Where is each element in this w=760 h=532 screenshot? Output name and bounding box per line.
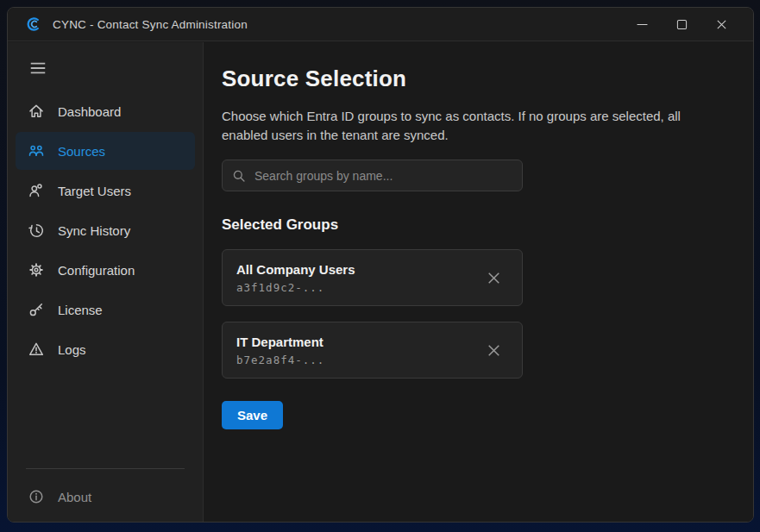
close-icon (485, 341, 503, 360)
minimize-icon (635, 17, 650, 32)
info-icon (28, 488, 45, 505)
page-title: Source Selection (222, 64, 732, 93)
group-search-input[interactable] (254, 169, 513, 183)
sidebar-item-logs[interactable]: Logs (16, 330, 195, 368)
people-group-icon (28, 142, 45, 160)
sidebar-item-sources[interactable]: Sources (16, 132, 195, 170)
home-icon (28, 103, 45, 120)
maximize-icon (675, 17, 689, 32)
group-id: a3f1d9c2-... (236, 281, 355, 294)
minimize-button[interactable] (622, 8, 662, 41)
sidebar-item-label: Sync History (58, 223, 130, 238)
app-window: CYNC - Contact Sync Administration (7, 7, 754, 523)
titlebar: CYNC - Contact Sync Administration (8, 8, 753, 41)
sidebar-nav: Dashboard Sources (8, 91, 203, 370)
maximize-button[interactable] (662, 8, 701, 41)
main-content: Source Selection Choose which Entra ID g… (204, 42, 753, 522)
gear-icon (28, 261, 45, 279)
sidebar-item-label: Target Users (58, 184, 131, 198)
close-button[interactable] (701, 8, 741, 41)
sidebar-item-label: Logs (58, 342, 86, 357)
person-icon (28, 182, 45, 199)
warning-triangle-icon (28, 341, 45, 358)
selected-groups-list: All Company Users a3f1d9c2-... IT Depart… (222, 249, 732, 379)
search-icon (231, 168, 247, 184)
hamburger-menu-button[interactable] (25, 56, 51, 80)
group-search-box (222, 160, 523, 191)
sidebar-item-label: License (58, 303, 103, 317)
close-icon (485, 269, 503, 287)
sidebar-item-label: About (58, 490, 91, 504)
group-card: IT Department b7e2a8f4-... (222, 322, 523, 379)
sidebar-item-target-users[interactable]: Target Users (16, 172, 195, 210)
key-icon (28, 301, 45, 318)
sidebar-item-license[interactable]: License (16, 291, 195, 329)
sidebar-item-dashboard[interactable]: Dashboard (16, 92, 195, 130)
sidebar: Dashboard Sources (8, 42, 204, 522)
save-button[interactable]: Save (222, 401, 283, 429)
sidebar-item-sync-history[interactable]: Sync History (16, 211, 195, 249)
selected-groups-heading: Selected Groups (222, 215, 732, 235)
group-info: All Company Users a3f1d9c2-... (236, 261, 355, 294)
group-info: IT Department b7e2a8f4-... (236, 334, 324, 366)
close-icon (714, 17, 729, 32)
sidebar-item-configuration[interactable]: Configuration (16, 251, 195, 289)
sidebar-item-label: Configuration (58, 263, 135, 278)
sidebar-divider (26, 468, 185, 469)
group-name: IT Department (236, 334, 324, 350)
page-description: Choose which Entra ID groups to sync as … (222, 107, 724, 144)
window-title: CYNC - Contact Sync Administration (53, 18, 248, 31)
remove-group-button[interactable] (482, 339, 505, 361)
group-card: All Company Users a3f1d9c2-... (222, 249, 523, 306)
group-name: All Company Users (236, 261, 355, 278)
sidebar-item-label: Dashboard (58, 104, 121, 119)
sidebar-item-label: Sources (58, 144, 105, 159)
group-id: b7e2a8f4-... (236, 354, 324, 366)
history-icon (28, 222, 45, 239)
remove-group-button[interactable] (482, 266, 505, 289)
hamburger-icon (28, 59, 47, 78)
app-logo-icon (25, 16, 42, 33)
sidebar-item-about[interactable]: About (16, 478, 195, 516)
